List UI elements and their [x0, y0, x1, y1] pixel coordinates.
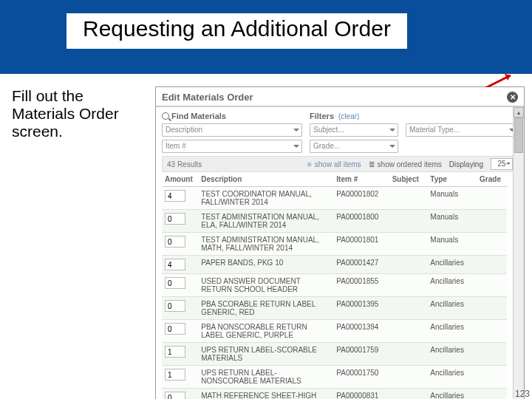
cell-subject [389, 274, 428, 297]
dialog-title: Edit Materials Order [162, 92, 253, 103]
cell-type: Ancillaries [427, 297, 477, 320]
cell-type: Manuals [427, 233, 477, 256]
table-row: TEST ADMINISTRATION MANUAL, MATH, FALL/W… [162, 233, 507, 256]
results-count: 43 Results [167, 160, 202, 168]
list-icon: ≡ [307, 160, 312, 168]
cell-grade [477, 187, 507, 210]
list-icon: ≣ [369, 160, 375, 168]
cell-grade [477, 274, 507, 297]
col-grade[interactable]: Grade [477, 172, 507, 187]
cell-item: PA00001394 [333, 320, 389, 343]
amount-input[interactable] [165, 236, 185, 248]
cell-grade [477, 343, 507, 366]
cell-grade [477, 210, 507, 233]
cell-item: PA00001750 [333, 366, 389, 389]
cell-grade [477, 389, 507, 400]
cell-description: UPS RETURN LABEL-SCORABLE MATERIALS [198, 343, 333, 366]
amount-input[interactable] [165, 346, 185, 358]
cell-type: Ancillaries [427, 274, 477, 297]
cell-type: Ancillaries [427, 256, 477, 274]
cell-item: PA00001855 [333, 274, 389, 297]
cell-subject [389, 233, 428, 256]
cell-subject [389, 366, 428, 389]
grade-select[interactable]: Grade... [310, 140, 398, 153]
cell-type: Ancillaries [427, 366, 477, 389]
cell-subject [389, 297, 428, 320]
slide-page-number: 123 [515, 389, 530, 399]
description-input[interactable]: Description [162, 123, 302, 137]
edit-materials-dialog: Edit Materials Order ✕ Find Materials Fi… [155, 86, 525, 399]
cell-item: PA00001395 [333, 297, 389, 320]
slide-banner: Requesting an Additional Order [0, 0, 532, 74]
show-all-items-toggle[interactable]: ≡show all items [307, 160, 361, 168]
cell-subject [389, 343, 428, 366]
material-type-select[interactable]: Material Type... [406, 123, 518, 137]
table-row: PAPER BANDS, PKG 10PA00001427Ancillaries [162, 256, 507, 274]
results-toolbar: 43 Results ≡show all items ≣show ordered… [162, 156, 518, 172]
col-description[interactable]: Description [198, 172, 333, 187]
cell-item: PA00001759 [333, 343, 389, 366]
cell-description: TEST ADMINISTRATION MANUAL, ELA, FALL/WI… [198, 210, 333, 233]
cell-subject [389, 389, 428, 400]
amount-input[interactable] [165, 392, 185, 399]
cell-description: TEST ADMINISTRATION MANUAL, MATH, FALL/W… [198, 233, 333, 256]
cell-type: Manuals [427, 187, 477, 210]
filters-heading: Filters (clear) [310, 112, 518, 120]
col-item[interactable]: Item # [333, 172, 389, 187]
table-row: TEST COORDINATOR MANUAL, FALL/WINTER 201… [162, 187, 507, 210]
amount-input[interactable] [165, 369, 185, 381]
close-icon[interactable]: ✕ [507, 92, 518, 103]
cell-type: Ancillaries [427, 389, 477, 400]
cell-type: Ancillaries [427, 343, 477, 366]
page-size-select[interactable]: 25 [491, 158, 513, 170]
scroll-thumb[interactable] [514, 117, 523, 153]
cell-grade [477, 233, 507, 256]
scrollbar[interactable]: ▴ ▾ [513, 107, 524, 399]
cell-grade [477, 320, 507, 343]
cell-item: PA00001801 [333, 233, 389, 256]
slide-instruction: Fill out the Materials Order screen. [12, 87, 145, 140]
col-subject[interactable]: Subject [389, 172, 428, 187]
amount-input[interactable] [165, 190, 185, 202]
cell-description: PAPER BANDS, PKG 10 [198, 256, 333, 274]
filters-clear-link[interactable]: (clear) [338, 112, 359, 120]
cell-description: TEST COORDINATOR MANUAL, FALL/WINTER 201… [198, 187, 333, 210]
col-amount[interactable]: Amount [162, 172, 198, 187]
cell-description: MATH REFERENCE SHEET-HIGH SCHOOL PACK OF… [198, 389, 333, 400]
table-row: USED ANSWER DOCUMENT RETURN SCHOOL HEADE… [162, 274, 507, 297]
cell-item: PA00001427 [333, 256, 389, 274]
table-row: MATH REFERENCE SHEET-HIGH SCHOOL PACK OF… [162, 389, 507, 400]
amount-input[interactable] [165, 323, 185, 335]
table-row: TEST ADMINISTRATION MANUAL, ELA, FALL/WI… [162, 210, 507, 233]
cell-grade [477, 366, 507, 389]
cell-type: Manuals [427, 210, 477, 233]
cell-description: PBA SCORABLE RETURN LABEL GENERIC, RED [198, 297, 333, 320]
cell-item: PA00000831 [333, 389, 389, 400]
materials-table: Amount Description Item # Subject Type G… [162, 172, 507, 399]
amount-input[interactable] [165, 300, 185, 312]
cell-description: USED ANSWER DOCUMENT RETURN SCHOOL HEADE… [198, 274, 333, 297]
scroll-track[interactable] [514, 117, 524, 399]
cell-description: PBA NONSCORABLE RETURN LABEL GENERIC, PU… [198, 320, 333, 343]
cell-subject [389, 187, 428, 210]
dialog-header: Edit Materials Order ✕ [156, 87, 524, 107]
item-number-input[interactable]: Item # [162, 140, 302, 153]
amount-input[interactable] [165, 277, 185, 289]
dialog-body: Find Materials Filters (clear) Descripti… [156, 107, 524, 399]
cell-item: PA00001800 [333, 210, 389, 233]
svg-marker-1 [505, 74, 511, 81]
table-row: PBA NONSCORABLE RETURN LABEL GENERIC, PU… [162, 320, 507, 343]
subject-select[interactable]: Subject... [310, 123, 398, 137]
col-type[interactable]: Type [427, 172, 477, 187]
cell-grade [477, 297, 507, 320]
find-materials-heading: Find Materials [162, 112, 226, 120]
amount-input[interactable] [165, 259, 185, 270]
cell-item: PA00001802 [333, 187, 389, 210]
amount-input[interactable] [165, 213, 185, 225]
cell-subject [389, 210, 428, 233]
show-ordered-items-toggle[interactable]: ≣show ordered items [369, 160, 442, 168]
search-icon [162, 112, 169, 120]
table-row: UPS RETURN LABEL-NONSCORABLE MATERIALSPA… [162, 366, 507, 389]
displaying-label: Displaying [449, 160, 483, 168]
scroll-up-button[interactable]: ▴ [514, 107, 524, 117]
